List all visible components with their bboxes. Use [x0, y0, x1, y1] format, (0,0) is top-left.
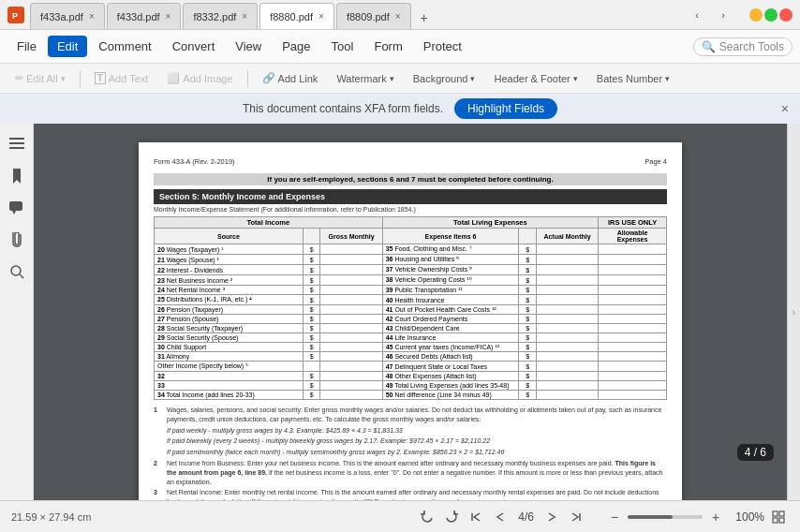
- svg-point-6: [11, 266, 21, 275]
- table-row: 28 Social Security (Taxpayer)$43 Child/D…: [155, 324, 667, 333]
- menu-form[interactable]: Form: [364, 36, 411, 57]
- menu-view[interactable]: View: [226, 36, 271, 57]
- table-row: 30 Child Support$45 Current year taxes (…: [155, 343, 667, 352]
- edit-toolbar: ✏ Edit All ▾ T Add Text ⬜ Add Image 🔗 Ad…: [0, 64, 800, 94]
- section-header: Section 5: Monthly Income and Expenses: [154, 189, 667, 204]
- edit-all-chevron: ▾: [61, 74, 66, 83]
- menu-edit[interactable]: Edit: [48, 36, 87, 57]
- table-row: 23 Net Business Income ²$38 Vehicle Oper…: [155, 275, 667, 286]
- bates-number-button[interactable]: Bates Number ▾: [589, 70, 677, 87]
- table-row: 33$49 Total Living Expenses (add lines 3…: [155, 381, 667, 391]
- minimize-button[interactable]: −: [749, 8, 763, 22]
- image-icon: ⬜: [167, 72, 180, 84]
- page-header: Form 433-A (Rev. 2-2019) Page 4: [154, 157, 667, 166]
- last-page-button[interactable]: [566, 507, 586, 527]
- first-page-button[interactable]: [466, 507, 486, 527]
- menu-page[interactable]: Page: [273, 36, 319, 57]
- gross-monthly-col-header: Gross Monthly: [320, 229, 382, 244]
- table-row: 26 Pension (Taxpayer)$41 Out of Pocket H…: [155, 305, 667, 315]
- maximize-button[interactable]: □: [764, 8, 778, 22]
- next-page-button[interactable]: [541, 507, 562, 527]
- zoom-level: 100%: [729, 510, 764, 524]
- close-tab-2[interactable]: ×: [166, 11, 171, 22]
- search-tools[interactable]: 🔍 Search Tools: [693, 37, 793, 56]
- link-icon: 🔗: [262, 72, 275, 84]
- nav-forward[interactable]: ›: [712, 4, 734, 26]
- prev-page-button[interactable]: [490, 507, 511, 527]
- right-sidebar-toggle[interactable]: ›: [787, 124, 800, 500]
- tab-f433d[interactable]: f433d.pdf ×: [107, 3, 182, 29]
- add-text-button[interactable]: T Add Text: [87, 69, 156, 87]
- table-row: 21 Wages (Spouse) ¹$36 Housing and Utili…: [155, 255, 667, 265]
- footnote-3: 3 Net Rental Income: Enter monthly net r…: [154, 488, 667, 500]
- close-tab-5[interactable]: ×: [395, 11, 401, 22]
- rotate-left-button[interactable]: [417, 507, 437, 527]
- total-income-header: Total Income: [155, 217, 383, 229]
- close-tab-4[interactable]: ×: [319, 11, 324, 22]
- tab-f8809[interactable]: f8809.pdf ×: [336, 3, 411, 29]
- income-expense-table: Total Income Total Living Expenses IRS U…: [154, 216, 667, 400]
- menu-tool[interactable]: Tool: [322, 36, 363, 57]
- add-link-button[interactable]: 🔗 Add Link: [255, 69, 326, 87]
- status-bar: 21.59 × 27.94 cm 4/6 − + 100%: [0, 500, 800, 532]
- text-icon: T: [95, 72, 106, 84]
- table-row: 29 Social Security (Spouse)$44 Life Insu…: [155, 333, 667, 343]
- edit-all-button[interactable]: ✏ Edit All ▾: [7, 69, 73, 87]
- add-tab-button[interactable]: +: [413, 7, 436, 29]
- close-tab-1[interactable]: ×: [89, 11, 95, 22]
- tab-f433a[interactable]: f433a.pdf ×: [30, 3, 105, 29]
- rotate-right-button[interactable]: [441, 507, 462, 527]
- svg-rect-3: [9, 142, 24, 144]
- table-row: 31 Alimony$46 Secured Debts (Attach list…: [155, 352, 667, 362]
- svg-text:P: P: [12, 11, 18, 21]
- zoom-slider[interactable]: [628, 515, 703, 519]
- zoom-in-button[interactable]: +: [706, 508, 725, 526]
- menu-protect[interactable]: Protect: [414, 36, 471, 57]
- background-chevron: ▾: [470, 74, 475, 83]
- sidebar-toggle-icon[interactable]: [4, 131, 30, 157]
- notification-message: This document contains XFA form fields.: [243, 102, 443, 115]
- attachments-icon[interactable]: [4, 227, 30, 253]
- expense-items-col-header: Expense Items 6: [382, 229, 519, 244]
- highlight-fields-button[interactable]: Highlight Fields: [454, 98, 557, 119]
- form-label: Form 433-A (Rev. 2-2019): [154, 157, 235, 166]
- watermark-button[interactable]: Watermark ▾: [329, 70, 401, 87]
- svg-rect-13: [779, 518, 784, 523]
- comments-icon[interactable]: [4, 195, 30, 221]
- menu-file[interactable]: File: [7, 36, 46, 57]
- close-button[interactable]: ×: [779, 8, 793, 22]
- background-button[interactable]: Background ▾: [406, 70, 483, 87]
- dollar-sign-col2: [519, 229, 537, 244]
- svg-rect-11: [779, 511, 784, 516]
- tab-f8880[interactable]: f8880.pdf ×: [259, 3, 334, 29]
- total-living-expenses-header: Total Living Expenses: [382, 217, 598, 229]
- table-row: 34 Total Income (add lines 20-33)$50 Net…: [155, 391, 667, 400]
- nav-back[interactable]: ‹: [686, 4, 708, 26]
- bookmark-icon[interactable]: [4, 163, 30, 189]
- irs-use-only-header: IRS USE ONLY: [599, 217, 667, 229]
- footnote-1c: If paid semimonthly (twice each month) -…: [154, 448, 667, 457]
- left-sidebar: [0, 124, 34, 500]
- search-sidebar-icon[interactable]: [4, 259, 30, 285]
- separator-2: [247, 70, 248, 87]
- zoom-out-button[interactable]: −: [605, 508, 624, 526]
- menu-comment[interactable]: Comment: [89, 36, 160, 57]
- subtitle-line: Monthly Income/Expense Statement (For ad…: [154, 206, 667, 213]
- doc-viewer[interactable]: Form 433-A (Rev. 2-2019) Page 4 If you a…: [34, 124, 787, 500]
- table-row: 22 Interest - Dividends$37 Vehicle Owner…: [155, 265, 667, 275]
- fit-page-button[interactable]: [768, 507, 789, 527]
- source-col-header: Source: [155, 229, 304, 244]
- tab-f8332[interactable]: f8332.pdf ×: [183, 3, 258, 29]
- notification-close[interactable]: ×: [781, 101, 789, 116]
- zoom-controls: − + 100%: [605, 507, 789, 527]
- close-tab-3[interactable]: ×: [242, 11, 247, 22]
- svg-rect-10: [773, 511, 778, 516]
- title-bar: P f433a.pdf × f433d.pdf × f8332.pdf × f8…: [0, 0, 800, 30]
- footnote-1a: If paid weekly - multiply gross wages by…: [154, 426, 667, 436]
- header-footer-chevron: ▾: [573, 74, 578, 83]
- header-footer-button[interactable]: Header & Footer ▾: [486, 70, 585, 87]
- main-area: Form 433-A (Rev. 2-2019) Page 4 If you a…: [0, 124, 800, 500]
- allowable-expenses-col-header: Allowable Expenses: [599, 229, 667, 244]
- add-image-button[interactable]: ⬜ Add Image: [159, 69, 240, 87]
- menu-convert[interactable]: Convert: [163, 36, 225, 57]
